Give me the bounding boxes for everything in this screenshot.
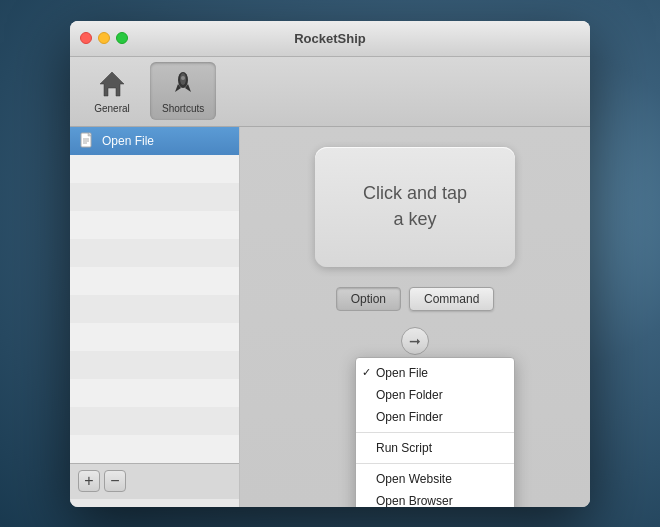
file-icon: [78, 132, 96, 150]
shortcuts-tab[interactable]: Shortcuts: [150, 62, 216, 120]
dropdown-item-open-folder[interactable]: Open Folder: [356, 384, 514, 406]
dropdown-item-open-browser[interactable]: Open Browser: [356, 490, 514, 507]
sidebar-empty-row: [70, 351, 239, 379]
svg-point-5: [181, 76, 185, 80]
key-capture-text: Click and tap a key: [363, 181, 467, 231]
add-item-button[interactable]: +: [78, 470, 100, 492]
next-nav-button[interactable]: ➞: [401, 327, 429, 355]
sidebar-empty-row: [70, 267, 239, 295]
shortcuts-icon: [167, 68, 199, 100]
general-tab-label: General: [94, 103, 130, 114]
sidebar-empty-row: [70, 435, 239, 463]
minimize-button[interactable]: [98, 32, 110, 44]
traffic-lights: [80, 32, 128, 44]
dropdown-item-open-file[interactable]: Open File: [356, 362, 514, 384]
sidebar-empty-row: [70, 379, 239, 407]
content-area: Open File + −: [70, 127, 590, 507]
titlebar: RocketShip: [70, 21, 590, 57]
maximize-button[interactable]: [116, 32, 128, 44]
sidebar-empty-row: [70, 211, 239, 239]
modifier-buttons: Option Command: [260, 287, 570, 311]
dropdown-item-open-finder[interactable]: Open Finder: [356, 406, 514, 428]
sidebar-empty-row: [70, 295, 239, 323]
sidebar-item-label: Open File: [102, 134, 154, 148]
key-capture-area[interactable]: Click and tap a key: [315, 147, 515, 267]
window-title: RocketShip: [294, 31, 366, 46]
dropdown-separator-2: [356, 463, 514, 464]
action-row: Open File Open Folder Open Finder Run Sc…: [260, 327, 570, 355]
app-window: RocketShip General Shortcuts: [70, 21, 590, 507]
sidebar-item-open-file[interactable]: Open File: [70, 127, 239, 155]
sidebar-empty-row: [70, 323, 239, 351]
action-dropdown[interactable]: Open File Open Folder Open Finder Run Sc…: [355, 357, 515, 507]
toolbar: General Shortcuts: [70, 57, 590, 127]
sidebar-footer: + −: [70, 463, 239, 499]
remove-item-button[interactable]: −: [104, 470, 126, 492]
dropdown-item-open-website[interactable]: Open Website: [356, 468, 514, 490]
dropdown-separator-1: [356, 432, 514, 433]
sidebar-empty-row: [70, 407, 239, 435]
sidebar-empty-row: [70, 183, 239, 211]
sidebar-empty-row: [70, 155, 239, 183]
dropdown-item-run-script[interactable]: Run Script: [356, 437, 514, 459]
option-modifier-button[interactable]: Option: [336, 287, 401, 311]
general-tab[interactable]: General: [82, 62, 142, 120]
sidebar: Open File + −: [70, 127, 240, 507]
shortcuts-tab-label: Shortcuts: [162, 103, 204, 114]
sidebar-list: Open File: [70, 127, 239, 463]
svg-marker-0: [100, 72, 124, 96]
main-panel: Click and tap a key Option Command Open …: [240, 127, 590, 507]
close-button[interactable]: [80, 32, 92, 44]
general-icon: [96, 68, 128, 100]
sidebar-empty-row: [70, 239, 239, 267]
command-modifier-button[interactable]: Command: [409, 287, 494, 311]
